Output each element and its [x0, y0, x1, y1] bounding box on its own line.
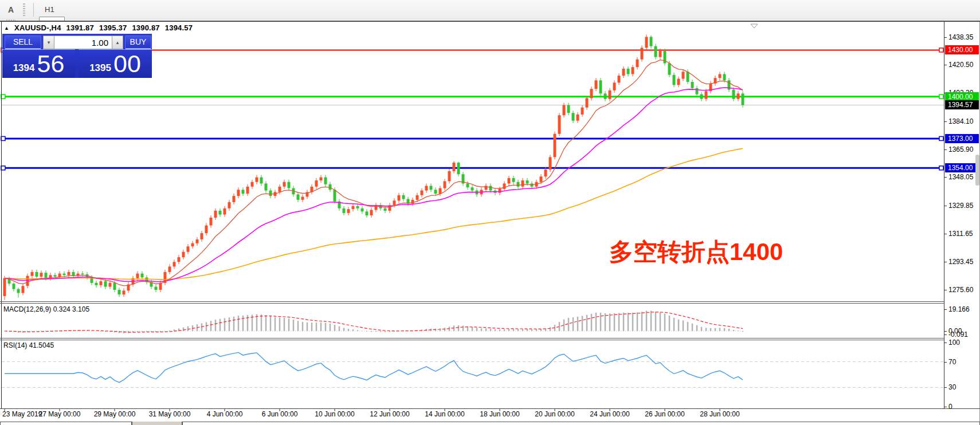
macd-indicator: [2, 311, 743, 333]
price-tick-label: 1329.85: [944, 202, 979, 210]
time-axis-line: [0, 408, 980, 409]
buy-price-big: 00: [113, 53, 141, 76]
low-value: 1390.87: [132, 23, 159, 32]
rsi-tick-label: 30: [944, 383, 979, 392]
current-price-badge: 1394.57: [945, 100, 979, 109]
price-tick-label: 1275.60: [944, 286, 979, 294]
volume-increase-button[interactable]: ▴: [112, 36, 123, 49]
panel-separator[interactable]: [0, 301, 944, 302]
price-chart-canvas[interactable]: [0, 22, 980, 425]
buy-price-small: 1395: [89, 62, 111, 74]
price-tick-label: 1384.10: [944, 117, 979, 126]
rsi-indicator-label: RSI(14) 41.5045: [3, 341, 54, 349]
date-tick-label: 23 May 2019: [2, 410, 42, 418]
date-tick-label: 10 Jun 00:00: [315, 410, 354, 418]
date-tick-label: 28 Jun 00:00: [700, 410, 739, 418]
close-value: 1394.57: [165, 23, 193, 32]
sell-button[interactable]: SELL: [5, 36, 41, 49]
text-tool-icon[interactable]: A: [2, 2, 19, 17]
panel-separator[interactable]: [0, 303, 944, 304]
rsi-tick-label: 100: [944, 339, 979, 347]
price-tick-label: 1365.90: [944, 145, 979, 154]
buy-button[interactable]: BUY: [125, 36, 151, 49]
price-tick-label: 1420.50: [944, 61, 979, 69]
date-tick-label: 4 Jun 00:00: [207, 410, 243, 418]
scrollbar-thumb[interactable]: [975, 155, 979, 186]
rsi-tick-label: 0: [944, 403, 979, 411]
sell-price-big: 56: [37, 53, 64, 76]
time-axis[interactable]: 23 May 201927 May 00:0029 May 00:0031 Ma…: [0, 410, 980, 419]
volume-input[interactable]: 1.00: [54, 36, 112, 49]
price-tick-label: 1438.35: [944, 33, 979, 42]
date-tick-label: 31 May 00:00: [149, 410, 191, 418]
bottom-tab[interactable]: [182, 422, 980, 425]
price-level-badge[interactable]: 1430.00: [945, 45, 979, 54]
panel-separator[interactable]: [0, 340, 944, 340]
rsi-tick-label: 70: [944, 358, 979, 367]
sell-price-small: 1394: [13, 62, 35, 74]
toolbar: EFAT M1M5M15M30H1H4D1W1MN: [0, 0, 980, 19]
svg-text:A: A: [8, 5, 14, 14]
window-border: [1, 22, 2, 408]
one-click-trading-panel: SELL ▾ 1.00 ▴ BUY 1394 56 1395 00: [2, 34, 152, 78]
date-tick-label: 18 Jun 00:00: [480, 410, 519, 418]
chart-text-annotation[interactable]: 多空转折点1400: [609, 236, 783, 268]
mt4-terminal: EFAT M1M5M15M30H1H4D1W1MN ▲ XAUUSD-,H4 1…: [0, 0, 980, 425]
bottom-tab-strip: [0, 422, 980, 425]
macd-indicator-label: MACD(12,26,9) 0.324 3.105: [3, 305, 89, 313]
sell-price-quote[interactable]: 1394 56: [2, 49, 75, 78]
price-tick-label: 1311.65: [944, 230, 979, 238]
date-tick-label: 6 Jun 00:00: [262, 410, 298, 418]
price-level-badge[interactable]: 1354.00: [945, 163, 979, 172]
rsi-indicator: [2, 352, 944, 387]
timeframe-button-h1[interactable]: H1: [39, 2, 65, 17]
date-tick-label: 24 Jun 00:00: [590, 410, 629, 418]
toolbar-drag-handle[interactable]: [23, 3, 25, 16]
date-tick-label: 14 Jun 00:00: [425, 410, 464, 418]
bottom-tab[interactable]: [0, 422, 132, 425]
date-tick-label: 20 Jun 00:00: [535, 410, 574, 418]
high-value: 1395.37: [99, 23, 127, 32]
volume-decrease-button[interactable]: ▾: [43, 36, 54, 49]
price-level-badge[interactable]: 1373.00: [945, 134, 979, 143]
ohlc-readout: ▲ XAUUSD-,H4 1391.87 1395.37 1390.87 139…: [4, 23, 193, 32]
collapse-panel-icon[interactable]: ▲: [4, 25, 9, 31]
toolbar-separator: [33, 3, 34, 17]
symbol-label: XAUUSD-,H4: [14, 23, 61, 32]
chart-shift-marker-icon: [751, 24, 758, 28]
date-tick-label: 29 May 00:00: [94, 410, 136, 418]
price-tick-label: 1293.45: [944, 258, 979, 266]
buy-price-quote[interactable]: 1395 00: [79, 49, 152, 78]
panel-separator[interactable]: [0, 338, 944, 339]
macd-tick-label: 19.166: [944, 305, 979, 314]
svg-text:F: F: [13, 0, 15, 1]
macd-tick-label: -0.091: [944, 330, 979, 339]
price-axis[interactable]: 1438.351420.501402.301384.101365.901348.…: [944, 22, 979, 408]
open-value: 1391.87: [66, 23, 94, 32]
date-tick-label: 12 Jun 00:00: [370, 410, 409, 418]
date-tick-label: 26 Jun 00:00: [645, 410, 684, 418]
price-tick-label: 1348.05: [944, 173, 979, 182]
chart-window: ▲ XAUUSD-,H4 1391.87 1395.37 1390.87 139…: [0, 21, 980, 425]
bottom-tab[interactable]: [132, 422, 182, 425]
date-tick-label: 27 May 00:00: [39, 410, 81, 418]
rsi-line: [5, 352, 743, 382]
volume-spinner: ▾ 1.00 ▴: [43, 36, 123, 49]
